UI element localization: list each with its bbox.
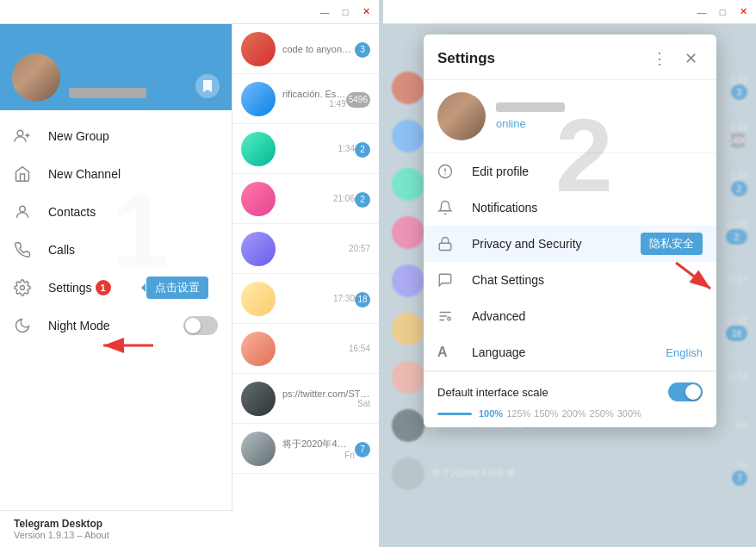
advanced-label: Advanced (472, 309, 703, 323)
settings-badge: 1 (96, 280, 111, 295)
maximize-btn[interactable]: □ (336, 3, 355, 22)
chat-item[interactable]: 20:57 (232, 224, 379, 274)
chat-time: 1:49 (282, 99, 346, 109)
sidebar: New Group New Channel (0, 24, 232, 547)
settings-status: online (496, 117, 565, 130)
chat-badge: 7 (355, 442, 370, 457)
bg-chat-row: 将于2020年4月开播... Fri7 (383, 450, 756, 498)
close-btn[interactable]: ✕ (356, 3, 375, 22)
chat-info: rificación. Espera... 1:49 (282, 89, 346, 109)
chat-badge: 5496 (346, 92, 370, 108)
chat-item[interactable]: rificación. Espera... 1:49 5496 (232, 74, 379, 124)
new-channel-icon (14, 165, 38, 183)
chat-avatar (241, 332, 276, 366)
minimize-btn[interactable]: — (315, 3, 334, 22)
chat-avatar (241, 382, 276, 416)
settings-item-edit-profile[interactable]: Edit profile (424, 153, 716, 190)
chat-item[interactable]: 21:06 2 (232, 174, 379, 224)
bg-avatar (392, 264, 424, 297)
bg-avatar (392, 313, 424, 345)
svg-point-1 (20, 206, 26, 212)
settings-item-notifications[interactable]: Notifications (424, 190, 716, 226)
settings-profile[interactable]: online (424, 80, 716, 153)
right-close-btn[interactable]: ✕ (734, 3, 753, 22)
scale-toggle[interactable] (668, 382, 703, 401)
chat-avatar (241, 282, 276, 316)
chat-preview: ps://twitter.com/STKM_... (282, 388, 370, 399)
settings-scale-section: Default interface scale 100% 125% 150% 2… (424, 371, 716, 427)
night-mode-icon (14, 317, 38, 334)
chat-avatar (241, 432, 276, 466)
settings-name-bar (496, 103, 565, 112)
new-group-label: New Group (48, 129, 109, 143)
scale-opt-250[interactable]: 250% (590, 408, 614, 419)
right-minimize-btn[interactable]: — (692, 3, 711, 22)
bg-avatar (392, 71, 424, 104)
settings-avatar (437, 92, 486, 140)
settings-header: Settings ⋮ ✕ (424, 34, 716, 80)
sidebar-profile (0, 24, 232, 110)
chat-info: 16:54 (282, 344, 370, 353)
notifications-icon (437, 200, 462, 215)
bg-avatar (392, 216, 424, 249)
chat-item[interactable]: 1:34 2 (232, 124, 379, 174)
chat-preview: 将于2020年4月开播... (282, 438, 355, 451)
settings-item-language[interactable]: A Language English (424, 334, 716, 370)
chat-avatar (241, 132, 276, 166)
chat-info: 21:06 (282, 194, 355, 203)
chat-info: ps://twitter.com/STKM_... Sat (282, 388, 370, 408)
chat-time: Fri (282, 451, 355, 460)
settings-item-privacy[interactable]: Privacy and Security 1 隐私安全 (424, 226, 716, 262)
chat-item[interactable]: 16:54 (232, 324, 379, 374)
bg-avatar (392, 409, 424, 442)
app-name: Telegram Desktop (14, 518, 219, 530)
right-titlebar: — □ ✕ (383, 0, 756, 24)
scale-opt-125[interactable]: 125% (506, 408, 530, 419)
chat-preview: rificación. Espera... (282, 89, 346, 99)
language-value: English (666, 346, 703, 359)
chat-avatar (241, 182, 276, 216)
chat-avatar (241, 82, 276, 116)
chat-badge: 18 (355, 292, 370, 308)
settings-item-advanced[interactable]: Advanced (424, 298, 716, 334)
chat-preview: code to anyone, eve... (282, 44, 355, 54)
bookmark-icon[interactable] (195, 74, 220, 98)
calls-label: Calls (48, 243, 75, 257)
arrow-step1 (93, 333, 162, 358)
scale-opt-100[interactable]: 100% (479, 408, 503, 419)
language-icon: A (437, 345, 462, 360)
chat-badge: 2 (355, 192, 370, 208)
right-maximize-btn[interactable]: □ (713, 3, 732, 22)
settings-icon (14, 279, 38, 296)
settings-close-btn[interactable]: ✕ (679, 47, 703, 71)
chat-time: 17:30 (282, 294, 355, 303)
chat-info: code to anyone, eve... (282, 44, 355, 54)
settings-modal: Settings ⋮ ✕ online Edit profile (424, 34, 716, 427)
chat-time: 21:06 (282, 194, 355, 203)
scale-opt-200[interactable]: 200% (561, 408, 586, 419)
privacy-icon (437, 236, 462, 252)
left-titlebar: — □ ✕ (0, 0, 379, 24)
night-mode-toggle[interactable] (183, 316, 218, 335)
chat-item[interactable]: ps://twitter.com/STKM_... Sat (232, 374, 379, 424)
calls-icon (14, 241, 38, 258)
chat-item[interactable]: 将于2020年4月开播... Fri 7 (232, 424, 379, 474)
settings-more-btn[interactable]: ⋮ (648, 47, 672, 71)
scale-label: Default interface scale (437, 386, 548, 399)
right-telegram-window: — □ ✕ code to anyone, eve... 1:493 rific… (383, 0, 756, 547)
chat-time: 16:54 (282, 344, 370, 353)
bg-avatar (392, 120, 424, 152)
svg-point-0 (17, 130, 23, 136)
scale-opt-300[interactable]: 300% (617, 408, 641, 419)
chat-item[interactable]: code to anyone, eve... 3 (232, 24, 379, 74)
scale-opt-150[interactable]: 150% (534, 408, 558, 419)
settings-label: Settings (48, 281, 92, 295)
settings-header-actions: ⋮ ✕ (648, 47, 703, 71)
chat-time: Sat (282, 399, 370, 408)
arrow-step2 (667, 258, 719, 293)
chat-item[interactable]: 17:30 18 (232, 274, 379, 324)
new-group-icon (14, 127, 38, 145)
chat-settings-icon (437, 272, 462, 288)
sidebar-item-new-group[interactable]: New Group (0, 117, 232, 155)
chat-badge: 2 (355, 142, 370, 158)
